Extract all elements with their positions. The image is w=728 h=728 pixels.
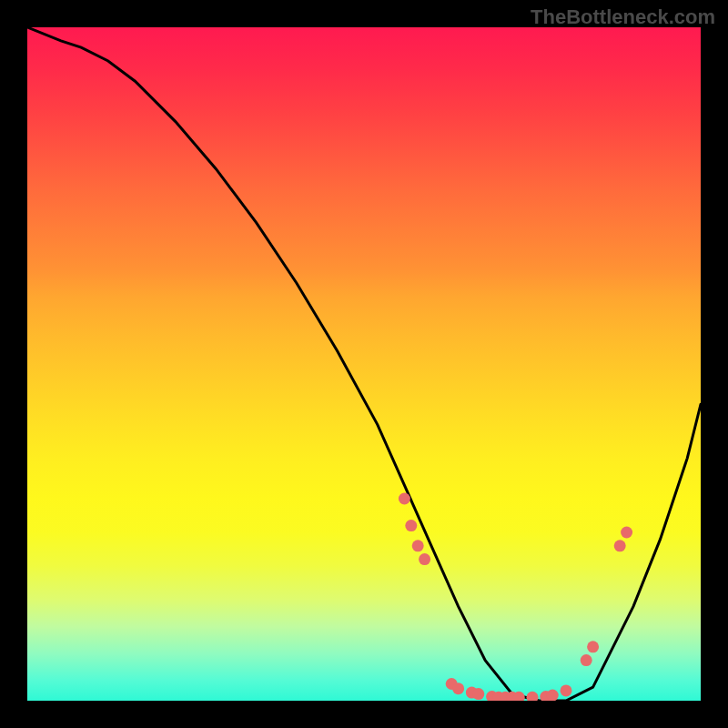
data-point	[419, 553, 430, 565]
data-point	[527, 692, 539, 701]
bottleneck-curve	[27, 27, 701, 701]
data-point	[466, 687, 478, 699]
data-point	[581, 654, 592, 666]
data-point	[472, 688, 484, 700]
data-point	[446, 678, 458, 690]
data-point	[587, 641, 599, 652]
data-point	[486, 691, 498, 701]
curve-markers	[399, 493, 632, 702]
data-point	[547, 690, 559, 701]
data-point	[405, 520, 417, 531]
data-point	[506, 692, 518, 701]
data-point	[513, 692, 525, 701]
data-point	[540, 691, 551, 701]
data-point	[561, 684, 572, 696]
data-point	[493, 692, 505, 701]
chart-svg	[27, 27, 701, 701]
plot-area	[27, 27, 701, 701]
data-point	[614, 540, 626, 551]
data-point	[621, 527, 632, 539]
data-point	[399, 493, 410, 505]
data-point	[412, 540, 424, 551]
data-point	[452, 682, 464, 694]
watermark-text: TheBottleneck.com	[531, 5, 715, 29]
data-point	[500, 692, 511, 701]
